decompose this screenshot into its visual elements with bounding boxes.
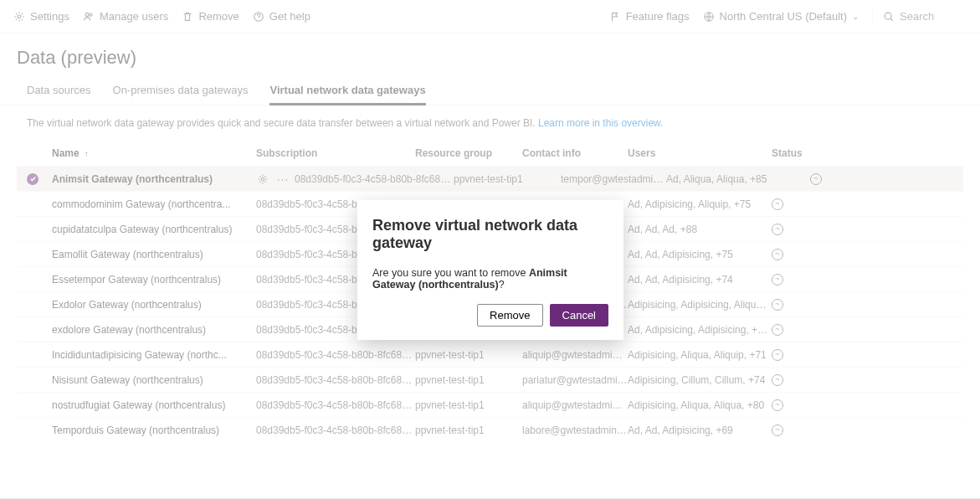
- dialog-cancel-button[interactable]: Cancel: [550, 304, 608, 327]
- dialog-message: Are you sure you want to remove Animsit …: [372, 267, 608, 291]
- remove-dialog: Remove virtual network data gateway Are …: [357, 200, 623, 340]
- dialog-title: Remove virtual network data gateway: [372, 217, 608, 252]
- dialog-remove-button[interactable]: Remove: [477, 304, 542, 327]
